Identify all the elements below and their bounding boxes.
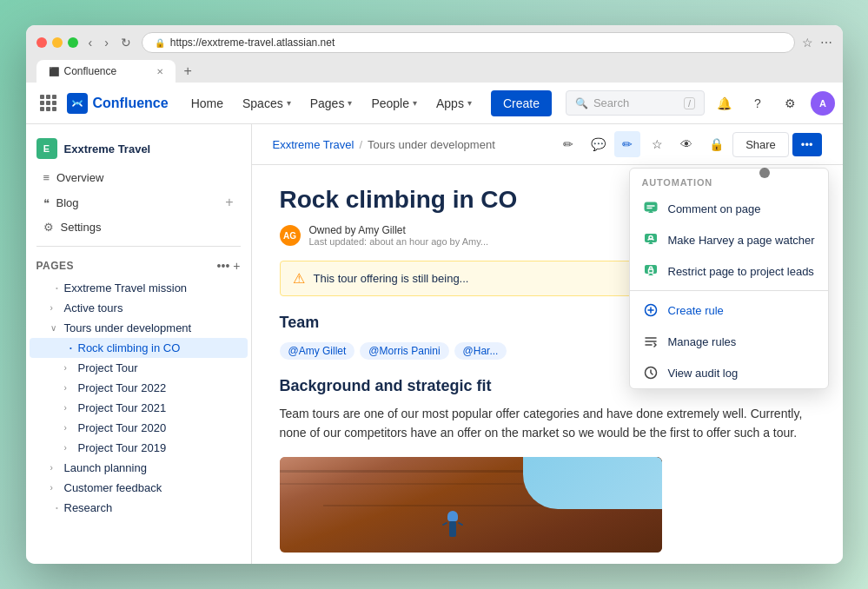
tree-item-rock-climbing[interactable]: • Rock climbing in CO [30, 338, 248, 358]
sidebar: E Exxtreme Travel ≡ Overview ❝ Blog + ⚙ … [26, 124, 252, 564]
edit-button[interactable]: ✏ [555, 131, 581, 157]
space-name: Exxtreme Travel [64, 142, 151, 156]
apps-grid-icon[interactable] [40, 95, 56, 111]
svg-rect-1 [645, 234, 657, 242]
confluence-logo[interactable]: Confluence [67, 93, 169, 114]
tree-item-customer-feedback[interactable]: › Customer feedback [30, 478, 248, 498]
nav-apps[interactable]: Apps ▾ [427, 91, 480, 116]
breadcrumb: Exxtreme Travel / Tours under developmen… [273, 138, 495, 151]
expand-icon: › [50, 463, 64, 473]
automation-watcher-icon [642, 231, 659, 248]
breadcrumb-separator: / [359, 138, 362, 151]
nav-people[interactable]: People ▾ [362, 91, 426, 116]
add-blog-button[interactable]: + [225, 195, 233, 210]
sidebar-item-settings[interactable]: ⚙ Settings [30, 215, 248, 239]
refresh-button[interactable]: ↻ [117, 34, 135, 51]
tree-item-project-tour-2022[interactable]: › Project Tour 2022 [30, 378, 248, 398]
spaces-chevron-icon: ▾ [287, 98, 291, 108]
team-tag-morris[interactable]: @Morris Panini [360, 342, 448, 360]
nav-spaces-label: Spaces [242, 96, 283, 110]
nav-items: Home Spaces ▾ Pages ▾ People ▾ Apps ▾ [182, 91, 480, 116]
team-tag-amy[interactable]: @Amy Gillet [280, 342, 355, 360]
automation-item-comment[interactable]: Comment on page [630, 193, 828, 224]
nav-spaces[interactable]: Spaces ▾ [234, 91, 300, 116]
tree-item-label: Research [64, 501, 241, 514]
share-button[interactable]: Share [732, 132, 789, 157]
sidebar-item-overview[interactable]: ≡ Overview [30, 166, 248, 189]
automation-comment-label: Comment on page [668, 202, 761, 215]
automation-view-audit[interactable]: View audit log [630, 357, 828, 388]
tree-item-active-tours[interactable]: › Active tours [30, 298, 248, 318]
new-tab-button[interactable]: + [177, 60, 199, 83]
browser-controls: ‹ › ↻ 🔒 https://exxtreme-travel.atlassia… [36, 32, 832, 53]
help-button[interactable]: ? [745, 90, 771, 116]
minimize-window-button[interactable] [52, 37, 63, 48]
watch-page-button[interactable]: 👁 [673, 131, 699, 157]
tree-item-project-tour-2021[interactable]: › Project Tour 2021 [30, 398, 248, 418]
restrict-page-button[interactable]: 🔒 [703, 131, 729, 157]
automation-item-restrict[interactable]: Restrict page to project leads [630, 255, 828, 287]
warning-icon: ⚠ [293, 270, 305, 287]
tree-item-label: Active tours [64, 301, 241, 314]
view-audit-icon [642, 364, 659, 381]
tree-item-label: Project Tour 2020 [78, 421, 241, 434]
address-bar[interactable]: 🔒 https://exxtreme-travel.atlassian.net [142, 32, 795, 53]
space-icon: E [36, 138, 57, 159]
highlight-button[interactable]: ✏ [614, 131, 640, 157]
create-rule-icon [642, 301, 659, 319]
tree-item-tours-under-dev[interactable]: ∨ Tours under development [30, 318, 248, 338]
breadcrumb-parent[interactable]: Tours under development [368, 138, 495, 151]
user-avatar[interactable]: A [811, 91, 835, 116]
more-actions-button[interactable]: ••• [792, 133, 822, 156]
more-browser-icon[interactable]: ⋯ [820, 36, 832, 50]
main-content: Exxtreme Travel / Tours under developmen… [252, 124, 843, 564]
sidebar-pages-header: Pages ••• + [26, 254, 251, 278]
tree-item-project-tour[interactable]: › Project Tour [30, 358, 248, 378]
nav-pages[interactable]: Pages ▾ [301, 91, 361, 116]
nav-home-label: Home [191, 96, 223, 110]
back-button[interactable]: ‹ [85, 34, 96, 51]
confluence-icon [67, 93, 88, 114]
automation-create-rule[interactable]: Create rule [630, 294, 828, 326]
inline-comment-button[interactable]: 💬 [585, 131, 611, 157]
nav-home[interactable]: Home [182, 91, 232, 116]
tree-item-label: Rock climbing in CO [78, 341, 241, 354]
automation-header: AUTOMATION [630, 169, 828, 193]
team-tag-har[interactable]: @Har... [454, 342, 507, 360]
tree-item-project-tour-2019[interactable]: › Project Tour 2019 [30, 438, 248, 458]
tree-item-launch-planning[interactable]: › Launch planning [30, 458, 248, 478]
sidebar-item-blog[interactable]: ❝ Blog + [30, 189, 248, 215]
star-browser-icon[interactable]: ☆ [802, 36, 813, 50]
settings-button[interactable]: ⚙ [778, 90, 804, 116]
automation-manage-rules[interactable]: Manage rules [630, 326, 828, 357]
tree-item-label: Launch planning [64, 461, 241, 474]
active-tab[interactable]: ⬛ Confluence ✕ [36, 60, 176, 83]
body-text: Team tours are one of our most popular o… [280, 404, 815, 443]
address-text: https://exxtreme-travel.atlassian.net [170, 36, 335, 49]
tree-item-label: Project Tour 2022 [78, 381, 241, 394]
tab-title: Confluence [64, 65, 117, 77]
breadcrumb-space[interactable]: Exxtreme Travel [273, 138, 354, 151]
nav-people-label: People [371, 96, 409, 110]
close-window-button[interactable] [36, 37, 47, 48]
tree-item-mission[interactable]: • Exxtreme Travel mission [30, 278, 248, 298]
create-button[interactable]: Create [491, 90, 552, 116]
browser-chrome: ‹ › ↻ 🔒 https://exxtreme-travel.atlassia… [26, 25, 843, 83]
tree-item-project-tour-2020[interactable]: › Project Tour 2020 [30, 418, 248, 438]
notifications-button[interactable]: 🔔 [712, 90, 738, 116]
apps-chevron-icon: ▾ [467, 98, 472, 108]
search-bar[interactable]: 🔍 Search / [566, 90, 705, 116]
pages-more-button[interactable]: ••• [217, 259, 230, 273]
sidebar-space-header[interactable]: E Exxtreme Travel [26, 131, 251, 166]
automation-item-watcher[interactable]: Make Harvey a page watcher [630, 224, 828, 255]
browser-action-buttons: ☆ ⋯ [802, 36, 832, 50]
tab-close-button[interactable]: ✕ [156, 67, 163, 76]
add-page-button[interactable]: + [233, 259, 240, 273]
star-page-button[interactable]: ☆ [644, 131, 670, 157]
maximize-window-button[interactable] [68, 37, 78, 48]
forward-button[interactable]: › [101, 34, 112, 51]
pages-chevron-icon: ▾ [348, 98, 352, 108]
tree-item-label: Project Tour [78, 361, 241, 374]
automation-restrict-icon [642, 262, 659, 280]
tree-item-research[interactable]: • Research [30, 498, 248, 518]
